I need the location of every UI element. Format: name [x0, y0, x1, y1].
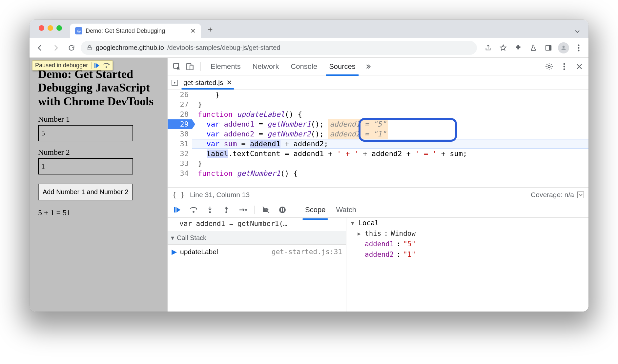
close-devtools-icon[interactable]: [573, 61, 585, 72]
lock-icon: [87, 45, 93, 51]
current-frame-icon: ▶: [172, 248, 177, 256]
kebab-menu-icon[interactable]: [573, 42, 585, 54]
devtools-tabs: Elements Network Console Sources: [168, 58, 588, 75]
svg-point-11: [548, 65, 550, 68]
tab-title: Demo: Get Started Debugging: [86, 28, 165, 34]
page-heading: Demo: Get Started Debugging JavaScript w…: [38, 68, 159, 108]
step-into-button[interactable]: [205, 205, 215, 215]
add-button[interactable]: Add Number 1 and Number 2: [38, 184, 133, 200]
svg-rect-10: [190, 65, 193, 70]
coverage-label: Coverage: n/a: [531, 191, 574, 199]
step-over-button[interactable]: [189, 205, 198, 215]
cursor-position: Line 31, Column 13: [190, 191, 250, 199]
breakpoint-snippet: var addend1 = getNumber1(…: [168, 218, 346, 231]
share-icon[interactable]: [482, 42, 494, 54]
file-tab-bar: get-started.js ✕: [168, 75, 588, 90]
svg-point-20: [245, 209, 247, 211]
svg-point-2: [563, 46, 565, 48]
file-tab[interactable]: get-started.js ✕: [181, 76, 234, 89]
reload-button[interactable]: [65, 41, 78, 54]
svg-point-14: [564, 68, 565, 70]
navigator-toggle-icon[interactable]: [171, 79, 179, 87]
number2-input[interactable]: [38, 158, 133, 174]
scope-tab[interactable]: Scope: [304, 203, 327, 217]
tab-favicon-icon: ◎: [75, 27, 82, 34]
scope-this[interactable]: ▶this: Window: [346, 228, 588, 239]
resume-button[interactable]: [172, 205, 182, 215]
close-window-icon[interactable]: [39, 25, 44, 31]
new-tab-button[interactable]: ＋: [206, 24, 214, 34]
step-out-button[interactable]: [221, 205, 231, 215]
sidepanel-icon[interactable]: [543, 42, 554, 54]
back-button[interactable]: [33, 41, 47, 54]
result-text: 5 + 1 = 51: [38, 208, 159, 217]
chevron-down-icon: ▾: [171, 234, 174, 242]
pause-exceptions-button[interactable]: [278, 205, 287, 215]
step-overlay-button[interactable]: [103, 62, 110, 69]
close-tab-icon[interactable]: ✕: [190, 27, 196, 35]
svg-point-21: [279, 207, 286, 213]
tab-network[interactable]: Network: [247, 58, 284, 75]
file-name: get-started.js: [183, 79, 223, 87]
tab-console[interactable]: Console: [285, 58, 322, 75]
url-field[interactable]: googlechrome.github.io/devtools-samples/…: [81, 41, 477, 55]
address-bar: googlechrome.github.io/devtools-samples/…: [30, 38, 588, 58]
inline-value: addend2 = "1": [328, 129, 388, 139]
settings-icon[interactable]: [543, 61, 555, 72]
callstack-frame[interactable]: ▶ updateLabel get-started.js:31: [168, 245, 346, 259]
tab-overflow-icon[interactable]: [574, 28, 581, 35]
svg-rect-16: [174, 207, 175, 212]
device-icon[interactable]: [184, 61, 196, 72]
close-file-icon[interactable]: ✕: [226, 79, 232, 87]
svg-point-12: [564, 63, 565, 65]
svg-rect-22: [281, 208, 282, 212]
url-domain: googlechrome.github.io: [96, 44, 164, 51]
svg-point-18: [209, 211, 211, 213]
scope-local[interactable]: ▼Local: [346, 218, 588, 228]
window-controls: [39, 25, 62, 31]
callstack-header[interactable]: ▾ Call Stack: [168, 231, 346, 245]
pretty-print-icon[interactable]: { }: [172, 191, 185, 199]
svg-rect-6: [94, 63, 95, 68]
devtools-panel: Elements Network Console Sources get-sta…: [167, 58, 588, 312]
scope-panel: ▼Local ▶this: Window addend1: "5" addend…: [346, 218, 588, 312]
scope-var-addend1[interactable]: addend1: "5": [346, 239, 588, 249]
watch-tab[interactable]: Watch: [335, 203, 358, 217]
number1-label: Number 1: [38, 115, 159, 124]
labs-icon[interactable]: [527, 42, 539, 54]
number2-label: Number 2: [38, 148, 159, 157]
minimize-window-icon[interactable]: [48, 25, 53, 31]
paused-label: Paused in debugger: [35, 62, 88, 69]
svg-rect-23: [283, 208, 284, 212]
browser-tab-strip: ◎ Demo: Get Started Debugging ✕ ＋: [30, 20, 588, 38]
inspect-icon[interactable]: [171, 61, 183, 72]
url-path: /devtools-samples/debug-js/get-started: [167, 44, 280, 51]
code-editor[interactable]: 26 } 27} 28function updateLabel() { 29 v…: [168, 90, 588, 188]
svg-point-5: [578, 50, 580, 51]
gutter: 26: [168, 90, 192, 100]
inline-value: addend1 = "5": [328, 119, 388, 130]
devtools-kebab-icon[interactable]: [558, 61, 570, 72]
breakpoint-gutter[interactable]: 29: [168, 119, 192, 129]
coverage-toggle-icon[interactable]: [577, 192, 584, 198]
maximize-window-icon[interactable]: [56, 25, 62, 31]
resume-overlay-button[interactable]: [93, 62, 100, 69]
bookmark-icon[interactable]: [497, 42, 509, 54]
extensions-icon[interactable]: [512, 42, 524, 54]
paused-overlay: Paused in debugger: [32, 60, 113, 71]
svg-point-13: [564, 66, 565, 67]
step-button[interactable]: [238, 205, 248, 215]
deactivate-breakpoints-button[interactable]: [261, 205, 271, 215]
scope-var-addend2[interactable]: addend2: "1": [346, 249, 588, 260]
page-content: Paused in debugger Demo: Get Started Deb…: [30, 58, 167, 312]
svg-rect-1: [549, 45, 551, 50]
browser-tab[interactable]: ◎ Demo: Get Started Debugging ✕: [70, 24, 201, 38]
svg-point-7: [106, 66, 107, 68]
tab-sources[interactable]: Sources: [324, 58, 361, 75]
forward-button[interactable]: [49, 41, 62, 54]
tab-elements[interactable]: Elements: [205, 58, 246, 75]
number1-input[interactable]: [38, 125, 133, 141]
more-tabs-icon[interactable]: [362, 61, 374, 72]
avatar-icon[interactable]: [558, 42, 569, 54]
svg-point-4: [578, 47, 580, 49]
